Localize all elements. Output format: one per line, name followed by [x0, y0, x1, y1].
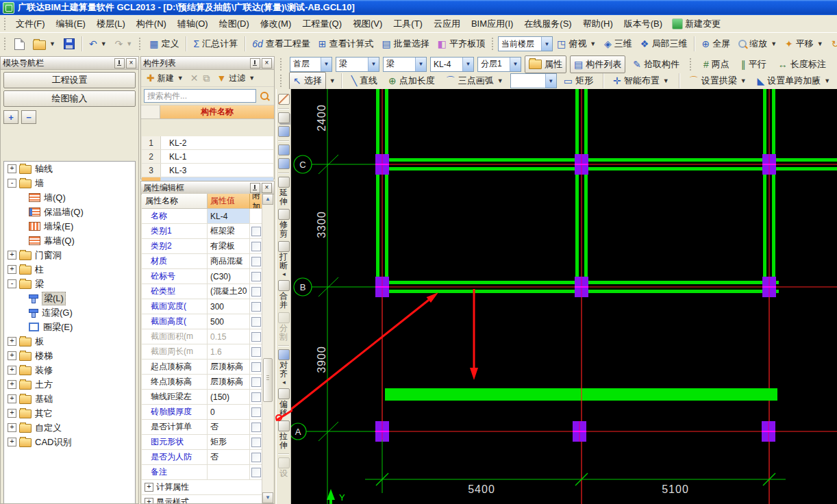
mirror-button[interactable]	[278, 126, 290, 137]
dropdown-caret-icon[interactable]: ▼	[329, 77, 336, 84]
property-value[interactable]: 有梁板	[208, 239, 250, 253]
property-row[interactable]: 截面面积(m0.15	[142, 329, 262, 344]
screen-rotate-button[interactable]: ↻屏幕旋转▼	[827, 35, 837, 53]
checkbox[interactable]	[251, 423, 261, 432]
delete-icon[interactable]: ✕	[190, 73, 199, 83]
expand-icon[interactable]: +	[8, 366, 16, 375]
drawing-input-button[interactable]: 绘图输入	[3, 90, 136, 107]
tree-item-other[interactable]: +其它	[4, 406, 135, 420]
property-row[interactable]: 截面周长(m1.6	[142, 344, 262, 360]
line-tool-button[interactable]: ╲直线	[347, 72, 382, 90]
align-slab-top-button[interactable]: ◧平齐板顶	[434, 35, 489, 53]
column[interactable]	[762, 421, 775, 442]
tree-item-decoration[interactable]: +装修	[4, 363, 135, 377]
checkbox[interactable]	[251, 302, 261, 312]
collapse-icon[interactable]: -	[8, 179, 16, 188]
checkbox[interactable]	[251, 392, 261, 402]
three-point-arc-button[interactable]: ⌒三点画弧▼	[442, 72, 508, 90]
tree-item-beam[interactable]: 梁(L)	[4, 291, 135, 305]
filter-button[interactable]: ▼过滤▼	[214, 71, 257, 86]
column[interactable]	[573, 421, 586, 442]
cad-canvas[interactable]: C B A 2400 3300 3900 5400 5100	[291, 89, 837, 504]
format-brush-button[interactable]	[278, 94, 290, 105]
rectangle-tool-button[interactable]: ▭矩形	[560, 72, 597, 90]
collapse-all-button[interactable]: −	[21, 110, 36, 124]
property-value[interactable]: 300	[208, 299, 250, 314]
property-row[interactable]: 是否计算单否	[142, 420, 262, 435]
checkbox[interactable]	[251, 362, 261, 372]
tree-item-coupling-beam[interactable]: 连梁(G)	[4, 305, 135, 320]
tree-item-curtain-wall[interactable]: 幕墙(Q)	[4, 234, 135, 248]
close-icon[interactable]: ×	[126, 58, 136, 68]
column[interactable]	[375, 154, 389, 175]
column[interactable]	[575, 277, 588, 297]
select-arrow-icon[interactable]: ▼	[368, 58, 379, 71]
property-group-row[interactable]: +显示样式	[142, 495, 262, 503]
move-button[interactable]	[278, 144, 290, 155]
menu-item-file[interactable]: 文件(F)	[10, 16, 51, 32]
new-component-button[interactable]: ✚新建▼	[145, 71, 186, 86]
scroll-up-icon[interactable]: ▲	[262, 194, 273, 205]
expand-icon[interactable]: +	[8, 438, 16, 446]
pick-component-button[interactable]: ✎拾取构件	[629, 55, 684, 73]
expand-icon[interactable]: +	[145, 483, 153, 492]
expand-icon[interactable]: +	[8, 380, 16, 389]
menu-item-new-change[interactable]: 新建变更	[685, 16, 726, 32]
copy-button[interactable]	[278, 112, 290, 123]
checkbox[interactable]	[251, 468, 261, 477]
view-quantity-button[interactable]: 6d查看工程量	[248, 35, 314, 53]
tree-item-cad-recognition[interactable]: +CAD识别	[4, 435, 135, 449]
open-file-button[interactable]: ▼	[29, 36, 60, 53]
menu-item-draw[interactable]: 绘图(D)	[214, 16, 255, 32]
property-row[interactable]: 图元形状矩形	[142, 435, 262, 450]
property-row[interactable]: 轴线距梁左(150)	[142, 390, 262, 405]
attributes-button[interactable]: 属性	[525, 55, 566, 73]
property-row[interactable]: 砼类型(混凝土20	[142, 284, 262, 299]
expand-icon[interactable]: +	[8, 423, 16, 432]
offset-button[interactable]: 偏移	[278, 388, 290, 418]
menu-item-help[interactable]: 帮助(H)	[577, 16, 619, 32]
expand-icon[interactable]: +	[8, 251, 16, 260]
category-select[interactable]: 梁▼	[336, 57, 379, 72]
tree-item-earthwork[interactable]: +土方	[4, 377, 135, 392]
smart-layout-button[interactable]: ✛智能布置▼	[609, 72, 673, 90]
property-value[interactable]: 矩形	[208, 435, 250, 449]
property-value[interactable]: 商品混凝	[208, 254, 250, 268]
scroll-down-icon[interactable]: ▼	[262, 492, 273, 503]
checkbox[interactable]	[251, 272, 261, 281]
tree-item-wall-group[interactable]: -墙	[4, 176, 135, 190]
close-icon[interactable]: ×	[262, 58, 272, 68]
extend-button[interactable]: 延伸	[278, 177, 290, 206]
summarize-button[interactable]: Σ汇总计算	[189, 35, 242, 53]
two-points-button[interactable]: #两点	[699, 55, 734, 73]
component-list-button[interactable]: ▤构件列表	[570, 55, 625, 73]
tree-item-ring-beam[interactable]: 圈梁(E)	[4, 320, 135, 334]
search-button[interactable]	[258, 89, 271, 103]
menu-item-component[interactable]: 构件(N)	[131, 16, 172, 32]
split-button[interactable]: 分割	[278, 312, 290, 342]
define-button[interactable]: ▦定义	[145, 35, 183, 53]
break-button[interactable]: 打断◂	[278, 241, 290, 277]
column[interactable]	[375, 421, 389, 442]
property-row[interactable]: 备注	[142, 465, 262, 480]
select-arrow-icon[interactable]: ▼	[462, 58, 473, 71]
checkbox[interactable]	[251, 227, 261, 236]
copy-icon[interactable]: ⧉	[203, 73, 210, 83]
undo-button[interactable]: ↶▼	[85, 36, 111, 51]
property-value[interactable]: 否	[208, 450, 250, 464]
checkbox[interactable]	[251, 242, 261, 251]
table-row[interactable]: 1KL-2	[142, 136, 273, 150]
project-settings-button[interactable]: 工程设置	[3, 72, 136, 88]
property-value[interactable]: 否	[208, 420, 250, 434]
floor-select[interactable]: 首层▼	[290, 57, 332, 72]
table-row[interactable]: 2KL-1	[142, 150, 273, 164]
property-row[interactable]: 类别2有梁板	[142, 239, 262, 254]
property-value[interactable]: KL-4	[208, 209, 250, 223]
tree-item-foundation[interactable]: +基础	[4, 392, 135, 406]
settings-button-partial[interactable]: 设	[278, 457, 290, 478]
new-file-button[interactable]	[10, 36, 29, 53]
select-arrow-icon[interactable]: ▼	[415, 58, 426, 71]
align-button[interactable]: 对齐◂	[278, 349, 290, 386]
select-arrow-icon[interactable]: ▼	[510, 58, 521, 71]
merge-button[interactable]: 合并	[278, 280, 290, 310]
